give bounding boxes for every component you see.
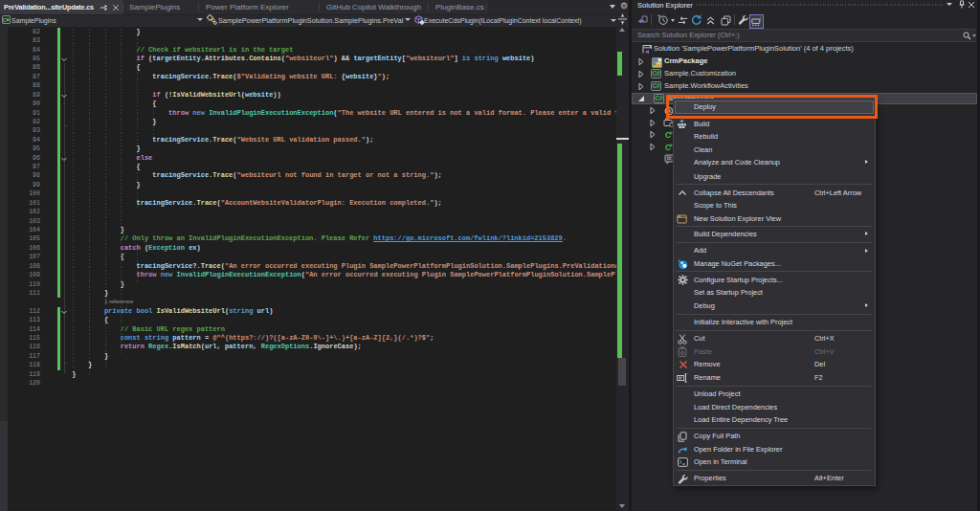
svg-text:C: C <box>3 16 7 22</box>
